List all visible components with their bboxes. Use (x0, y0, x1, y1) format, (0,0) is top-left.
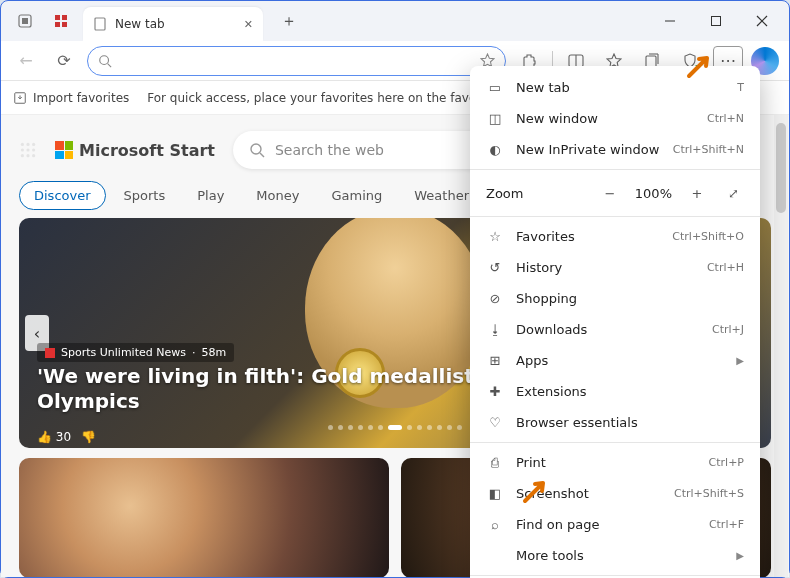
svg-point-26 (26, 154, 29, 157)
address-input[interactable] (120, 53, 472, 68)
tab-title: New tab (115, 17, 165, 31)
svg-point-11 (100, 55, 109, 64)
chevron-right-icon: ▶ (736, 550, 744, 561)
vertical-scrollbar[interactable] (774, 115, 788, 577)
waffle-icon[interactable] (19, 141, 37, 159)
menu-separator (470, 169, 760, 170)
dislike-button[interactable]: 👎 (81, 430, 96, 444)
svg-point-25 (21, 154, 24, 157)
chevron-right-icon: ▶ (736, 355, 744, 366)
menu-find[interactable]: ⌕ Find on page Ctrl+F (470, 509, 760, 540)
window-controls (647, 5, 785, 37)
zoom-in-button[interactable]: + (686, 182, 708, 204)
back-button[interactable]: ← (11, 46, 41, 76)
source-age: 58m (201, 346, 226, 359)
window-icon: ◫ (486, 111, 504, 126)
search-placeholder: Search the web (275, 142, 384, 158)
tab-gaming[interactable]: Gaming (317, 182, 396, 209)
source-name: Sports Unlimited News (61, 346, 186, 359)
svg-point-23 (26, 148, 29, 151)
shopping-icon: ⊘ (486, 291, 504, 306)
svg-line-12 (108, 63, 112, 67)
microsoft-start-logo[interactable]: Microsoft Start (55, 141, 215, 160)
address-bar[interactable] (87, 46, 506, 76)
svg-rect-2 (55, 15, 60, 20)
new-tab-button[interactable]: ＋ (275, 7, 303, 35)
refresh-button[interactable]: ⟳ (49, 46, 79, 76)
browser-tab[interactable]: New tab ✕ (83, 7, 263, 41)
new-tab-icon: ▭ (486, 80, 504, 95)
menu-downloads[interactable]: ⭳ Downloads Ctrl+J (470, 314, 760, 345)
menu-separator (470, 216, 760, 217)
svg-point-19 (21, 143, 24, 146)
svg-point-21 (32, 143, 35, 146)
menu-print[interactable]: ⎙ Print Ctrl+P (470, 447, 760, 478)
tab-discover[interactable]: Discover (19, 181, 106, 210)
svg-rect-15 (646, 56, 656, 67)
ms-start-text: Microsoft Start (79, 141, 215, 160)
maximize-button[interactable] (693, 5, 739, 37)
workspaces-icon[interactable] (47, 7, 75, 35)
svg-rect-5 (62, 22, 67, 27)
close-window-button[interactable] (739, 5, 785, 37)
zoom-out-button[interactable]: − (599, 182, 621, 204)
menu-separator (470, 442, 760, 443)
zoom-value: 100% (635, 186, 672, 201)
heart-icon: ♡ (486, 415, 504, 430)
tab-sports[interactable]: Sports (110, 182, 180, 209)
svg-rect-8 (712, 17, 721, 26)
titlebar-left: New tab ✕ ＋ (5, 1, 303, 41)
profile-icon[interactable] (11, 7, 39, 35)
scrollbar-thumb[interactable] (776, 123, 786, 213)
menu-favorites[interactable]: ☆ Favorites Ctrl+Shift+O (470, 221, 760, 252)
svg-point-22 (21, 148, 24, 151)
svg-point-20 (26, 143, 29, 146)
menu-screenshot[interactable]: ◧ Screenshot Ctrl+Shift+S (470, 478, 760, 509)
microsoft-logo-icon (55, 141, 73, 159)
hero-reactions: 👍 30 👎 (37, 430, 96, 448)
search-icon (98, 54, 112, 68)
svg-rect-4 (55, 22, 60, 27)
menu-zoom-row: Zoom − 100% + ⤢ (470, 174, 760, 212)
menu-apps[interactable]: ⊞ Apps ▶ (470, 345, 760, 376)
tab-money[interactable]: Money (242, 182, 313, 209)
menu-browser-essentials[interactable]: ♡ Browser essentials (470, 407, 760, 438)
svg-point-24 (32, 148, 35, 151)
menu-new-window[interactable]: ◫ New window Ctrl+N (470, 103, 760, 134)
find-icon: ⌕ (486, 517, 504, 532)
import-favorites-link[interactable]: Import favorites (33, 91, 129, 105)
menu-new-inprivate[interactable]: ◐ New InPrivate window Ctrl+Shift+N (470, 134, 760, 165)
star-icon: ☆ (486, 229, 504, 244)
svg-point-27 (32, 154, 35, 157)
feed-card[interactable] (19, 458, 389, 577)
svg-line-29 (260, 153, 264, 157)
tab-play[interactable]: Play (183, 182, 238, 209)
close-tab-icon[interactable]: ✕ (244, 18, 253, 31)
menu-shopping[interactable]: ⊘ Shopping (470, 283, 760, 314)
carousel-dots[interactable] (328, 425, 462, 430)
svg-rect-1 (22, 18, 28, 24)
menu-history[interactable]: ↺ History Ctrl+H (470, 252, 760, 283)
history-icon: ↺ (486, 260, 504, 275)
menu-extensions[interactable]: ✚ Extensions (470, 376, 760, 407)
svg-rect-3 (62, 15, 67, 20)
menu-new-tab[interactable]: ▭ New tab T (470, 72, 760, 103)
hero-source: Sports Unlimited News · 58m (37, 343, 234, 362)
minimize-button[interactable] (647, 5, 693, 37)
svg-point-28 (251, 144, 261, 154)
fullscreen-button[interactable]: ⤢ (722, 182, 744, 204)
import-icon (13, 91, 27, 105)
zoom-label: Zoom (486, 186, 585, 201)
apps-icon: ⊞ (486, 353, 504, 368)
screenshot-icon: ◧ (486, 486, 504, 501)
print-icon: ⎙ (486, 455, 504, 470)
downloads-icon: ⭳ (486, 322, 504, 337)
extensions-icon: ✚ (486, 384, 504, 399)
search-icon (249, 142, 265, 158)
titlebar: New tab ✕ ＋ (1, 1, 789, 41)
svg-rect-6 (95, 18, 105, 30)
source-logo-icon (45, 348, 55, 358)
like-button[interactable]: 👍 30 (37, 430, 71, 444)
menu-more-tools[interactable]: More tools ▶ (470, 540, 760, 571)
more-options-menu: ▭ New tab T ◫ New window Ctrl+N ◐ New In… (470, 66, 760, 578)
